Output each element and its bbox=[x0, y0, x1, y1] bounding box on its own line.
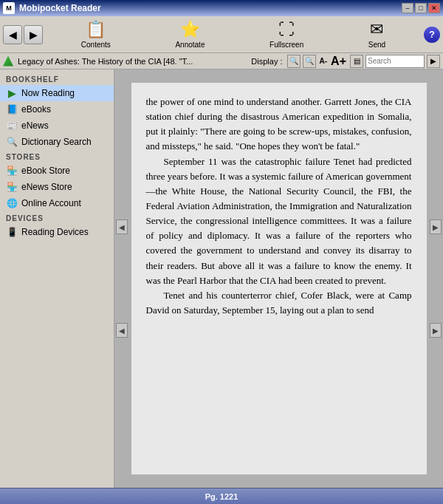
status-bar: Pg. 1221 bbox=[0, 488, 443, 504]
font-size-controls: A- A+ bbox=[318, 55, 348, 68]
font-increase-button[interactable]: A+ bbox=[329, 55, 348, 68]
window-controls: – □ ✕ bbox=[402, 3, 440, 13]
toolbar-fullscreen[interactable]: ⛶ Fullscreen bbox=[269, 20, 303, 49]
enews-store-icon: 🏪 bbox=[6, 181, 18, 193]
sidebar-item-enews-store[interactable]: 🏪 eNews Store bbox=[0, 179, 114, 195]
sidebar-item-ebooks[interactable]: 📘 eBooks bbox=[0, 101, 114, 118]
enews-label: eNews bbox=[21, 120, 49, 131]
online-account-icon: 🌐 bbox=[6, 197, 18, 209]
breadcrumb-bar: Legacy of Ashes: The History of the CIA … bbox=[0, 53, 443, 69]
right-nav: ▶ ▶ bbox=[430, 219, 442, 338]
sidebar-item-online-account[interactable]: 🌐 Online Account bbox=[0, 195, 114, 211]
book-area: ◀ ◀ the power of one mind to understand … bbox=[114, 69, 443, 488]
minimize-button[interactable]: – bbox=[402, 3, 413, 13]
dictionary-label: Dictionary Search bbox=[21, 137, 92, 147]
sidebar: BOOKSHELF ▶ Now Reading 📘 eBooks 📰 eNews… bbox=[0, 69, 114, 488]
ebooks-icon: 📘 bbox=[6, 103, 18, 115]
reading-devices-label: Reading Devices bbox=[21, 227, 89, 237]
ebook-store-icon: 🏪 bbox=[6, 165, 18, 177]
next-page-top-button[interactable]: ▶ bbox=[430, 219, 442, 234]
contents-icon: 📋 bbox=[86, 20, 106, 39]
search-input[interactable] bbox=[365, 55, 425, 68]
paragraph-2: September 11 was the catastrophic failur… bbox=[146, 154, 412, 288]
sidebar-item-now-reading[interactable]: ▶ Now Reading bbox=[0, 85, 114, 101]
fullscreen-icon: ⛶ bbox=[278, 20, 295, 39]
help-button[interactable]: ? bbox=[424, 27, 440, 43]
now-reading-icon: ▶ bbox=[6, 87, 18, 99]
enews-icon: 📰 bbox=[6, 120, 18, 132]
nav-buttons: ◀ ▶ bbox=[3, 25, 43, 44]
forward-button[interactable]: ▶ bbox=[24, 25, 43, 44]
toolbar-items: 📋 Contents ⭐ Annotate ⛶ Fullscreen ✉ Sen… bbox=[49, 20, 418, 49]
bookshelf-header: BOOKSHELF bbox=[0, 72, 114, 85]
toolbar-contents[interactable]: 📋 Contents bbox=[81, 20, 111, 49]
toolbar: ◀ ▶ 📋 Contents ⭐ Annotate ⛶ Fullscreen ✉… bbox=[0, 16, 443, 53]
reading-devices-icon: 📱 bbox=[6, 226, 18, 238]
annotate-icon: ⭐ bbox=[180, 20, 200, 39]
search-go-button[interactable]: ▶ bbox=[427, 55, 440, 68]
next-page-bottom-button[interactable]: ▶ bbox=[430, 323, 442, 338]
sidebar-item-ebook-store[interactable]: 🏪 eBook Store bbox=[0, 163, 114, 179]
enews-store-label: eNews Store bbox=[21, 182, 72, 192]
book-page: the power of one mind to understand anot… bbox=[131, 83, 427, 474]
paragraph-3: Tenet and his counterterror chief, Cofer… bbox=[146, 288, 412, 318]
breadcrumb-text: Legacy of Ashes: The History of the CIA … bbox=[18, 57, 247, 66]
title-bar: M Mobipocket Reader – □ ✕ bbox=[0, 0, 443, 16]
online-account-label: Online Account bbox=[21, 198, 81, 208]
display-tool-1[interactable]: 🔍 bbox=[287, 55, 301, 68]
display-mode-button[interactable]: ▤ bbox=[350, 55, 363, 68]
back-button[interactable]: ◀ bbox=[3, 25, 22, 44]
send-icon: ✉ bbox=[370, 20, 383, 39]
devices-header: DEVICES bbox=[0, 211, 114, 224]
dictionary-icon: 🔍 bbox=[6, 136, 18, 148]
fullscreen-label: Fullscreen bbox=[269, 41, 303, 49]
annotate-label: Annotate bbox=[175, 41, 205, 49]
app-icon: M bbox=[3, 2, 15, 14]
display-tool-2[interactable]: 🔍 bbox=[303, 55, 316, 68]
stores-header: STORES bbox=[0, 150, 114, 163]
display-tools: 🔍 🔍 A- A+ ▤ ▶ bbox=[287, 55, 440, 68]
ebooks-label: eBooks bbox=[21, 104, 51, 115]
left-nav: ◀ ◀ bbox=[116, 219, 128, 338]
page-number: Pg. 1221 bbox=[205, 492, 238, 501]
main-content: BOOKSHELF ▶ Now Reading 📘 eBooks 📰 eNews… bbox=[0, 69, 443, 488]
prev-page-bottom-button[interactable]: ◀ bbox=[116, 323, 128, 338]
ebook-store-label: eBook Store bbox=[21, 166, 70, 176]
font-decrease-button[interactable]: A- bbox=[318, 57, 329, 65]
close-button[interactable]: ✕ bbox=[428, 3, 440, 13]
contents-label: Contents bbox=[81, 41, 111, 49]
reading-indicator-icon bbox=[3, 56, 13, 67]
toolbar-send[interactable]: ✉ Send bbox=[368, 20, 385, 49]
now-reading-label: Now Reading bbox=[21, 88, 75, 98]
sidebar-item-reading-devices[interactable]: 📱 Reading Devices bbox=[0, 224, 114, 240]
send-label: Send bbox=[368, 41, 385, 49]
maximize-button[interactable]: □ bbox=[415, 3, 427, 13]
sidebar-item-dictionary[interactable]: 🔍 Dictionary Search bbox=[0, 134, 114, 150]
app-title: Mobipocket Reader bbox=[19, 3, 402, 13]
sidebar-item-enews[interactable]: 📰 eNews bbox=[0, 118, 114, 134]
prev-page-top-button[interactable]: ◀ bbox=[116, 219, 128, 234]
display-label: Display : bbox=[251, 57, 282, 66]
toolbar-annotate[interactable]: ⭐ Annotate bbox=[175, 20, 205, 49]
paragraph-1: the power of one mind to understand anot… bbox=[146, 95, 412, 154]
